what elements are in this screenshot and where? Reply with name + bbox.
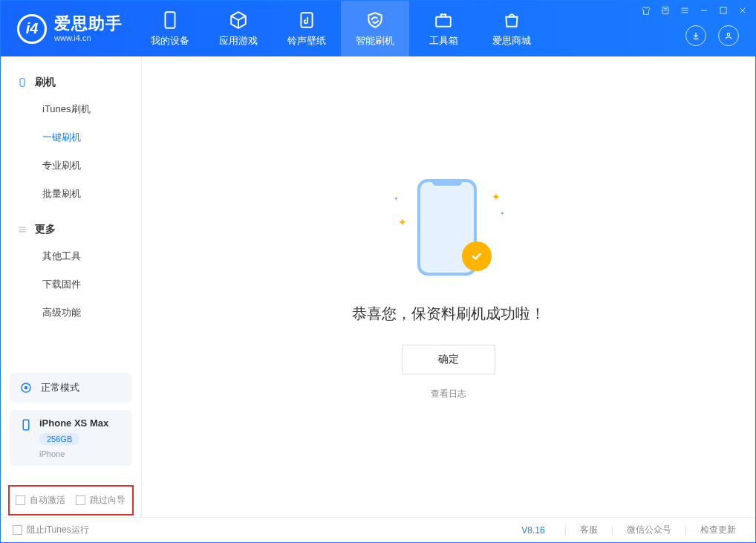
side-nav: 刷机 iTunes刷机 一键刷机 专业刷机 批量刷机 更多 其他工具 下载固件 … bbox=[1, 56, 141, 367]
ok-button[interactable]: 确定 bbox=[402, 345, 495, 374]
sidebar: 刷机 iTunes刷机 一键刷机 专业刷机 批量刷机 更多 其他工具 下载固件 … bbox=[1, 56, 142, 517]
svg-rect-9 bbox=[23, 420, 29, 430]
titlebar-right bbox=[641, 1, 755, 56]
shirt-icon[interactable] bbox=[641, 5, 651, 18]
checkbox-icon[interactable] bbox=[13, 525, 22, 535]
user-icons bbox=[685, 25, 748, 56]
version-label: V8.16 bbox=[521, 525, 544, 536]
success-message: 恭喜您，保资料刷机成功啦！ bbox=[352, 304, 545, 324]
options-highlight-box: 自动激活 跳过向导 bbox=[8, 485, 134, 516]
sidegroup-label: 更多 bbox=[35, 223, 56, 236]
app-title: 爱思助手 bbox=[54, 15, 123, 33]
device-mode-card[interactable]: 正常模式 bbox=[10, 373, 132, 403]
svg-rect-6 bbox=[20, 79, 25, 87]
device-panel: 正常模式 iPhone XS Max 256GB iPhone bbox=[1, 367, 141, 482]
nav-ringtone[interactable]: 铃声壁纸 bbox=[273, 1, 341, 56]
device-name: iPhone XS Max bbox=[39, 417, 108, 429]
success-illustration: ✦ ✦ ✦ ✦ bbox=[389, 173, 508, 284]
nav-apps[interactable]: 应用游戏 bbox=[204, 1, 273, 56]
phone-outline-icon bbox=[17, 77, 27, 88]
checkbox-icon[interactable] bbox=[16, 495, 25, 505]
app-window: i4 爱思助手 www.i4.cn 我的设备 应用游戏 铃声壁纸 智能刷机 bbox=[0, 0, 756, 543]
nav-toolbox[interactable]: 工具箱 bbox=[409, 1, 478, 56]
sideitem-advanced[interactable]: 高级功能 bbox=[1, 299, 141, 327]
sideitem-firmware[interactable]: 下载固件 bbox=[1, 270, 141, 299]
svg-rect-0 bbox=[166, 12, 175, 28]
titlebar: i4 爱思助手 www.i4.cn 我的设备 应用游戏 铃声壁纸 智能刷机 bbox=[1, 1, 755, 56]
footer-right: V8.16 | 客服 | 微信公众号 | 检查更新 bbox=[521, 524, 743, 536]
device-mode-label: 正常模式 bbox=[41, 381, 79, 394]
mode-icon bbox=[19, 380, 33, 395]
logo-block[interactable]: i4 爱思助手 www.i4.cn bbox=[1, 1, 136, 56]
cube-icon bbox=[229, 10, 248, 30]
note-icon[interactable] bbox=[660, 5, 671, 18]
sidegroup-label: 刷机 bbox=[35, 76, 56, 89]
briefcase-icon bbox=[434, 10, 453, 30]
window-controls bbox=[641, 5, 748, 18]
menu-icon[interactable] bbox=[680, 5, 690, 18]
sidegroup-flash[interactable]: 刷机 bbox=[1, 70, 141, 95]
nav-label: 铃声壁纸 bbox=[287, 34, 326, 48]
device-storage: 256GB bbox=[39, 433, 79, 445]
sparkle-icon: ✦ bbox=[500, 210, 505, 217]
body: 刷机 iTunes刷机 一键刷机 专业刷机 批量刷机 更多 其他工具 下载固件 … bbox=[1, 56, 755, 517]
sparkle-icon: ✦ bbox=[492, 191, 501, 203]
option-skip-guide[interactable]: 跳过向导 bbox=[76, 494, 126, 507]
checkbox-icon[interactable] bbox=[76, 495, 85, 505]
main-content: ✦ ✦ ✦ ✦ 恭喜您，保资料刷机成功啦！ 确定 查看日志 bbox=[142, 56, 755, 517]
option-auto-activate[interactable]: 自动激活 bbox=[16, 494, 65, 507]
user-icon[interactable] bbox=[718, 25, 739, 46]
nav-label: 应用游戏 bbox=[219, 34, 258, 48]
nav-store[interactable]: 爱思商城 bbox=[478, 1, 546, 56]
close-icon[interactable] bbox=[737, 5, 748, 18]
sideitem-oneclick[interactable]: 一键刷机 bbox=[1, 123, 141, 152]
device-type: iPhone bbox=[39, 449, 65, 458]
nav-label: 智能刷机 bbox=[356, 34, 394, 48]
music-file-icon bbox=[297, 10, 316, 30]
download-icon[interactable] bbox=[685, 25, 706, 46]
svg-point-8 bbox=[25, 386, 28, 390]
nav-flash[interactable]: 智能刷机 bbox=[341, 1, 409, 56]
svg-rect-1 bbox=[301, 13, 312, 27]
sideitem-pro[interactable]: 专业刷机 bbox=[1, 152, 141, 180]
sparkle-icon: ✦ bbox=[394, 195, 399, 202]
footer: 阻止iTunes运行 V8.16 | 客服 | 微信公众号 | 检查更新 bbox=[1, 517, 755, 542]
nav-my-device[interactable]: 我的设备 bbox=[136, 1, 204, 56]
sparkle-icon: ✦ bbox=[398, 216, 407, 228]
svg-rect-2 bbox=[436, 16, 451, 26]
list-icon bbox=[17, 224, 27, 235]
option-block-itunes[interactable]: 阻止iTunes运行 bbox=[13, 524, 89, 536]
app-subtitle: www.i4.cn bbox=[54, 33, 123, 42]
top-nav: 我的设备 应用游戏 铃声壁纸 智能刷机 工具箱 爱思商城 bbox=[136, 1, 546, 56]
refresh-shield-icon bbox=[365, 10, 385, 30]
footer-customer-service[interactable]: 客服 bbox=[573, 524, 605, 536]
view-log-link[interactable]: 查看日志 bbox=[431, 388, 466, 400]
svg-point-5 bbox=[727, 33, 730, 36]
check-badge-icon bbox=[462, 241, 492, 271]
nav-label: 爱思商城 bbox=[492, 34, 531, 48]
sideitem-itunes[interactable]: iTunes刷机 bbox=[1, 95, 141, 123]
maximize-icon[interactable] bbox=[718, 5, 729, 18]
minimize-icon[interactable] bbox=[699, 5, 709, 18]
shopping-bag-icon bbox=[502, 10, 521, 30]
logo-icon: i4 bbox=[17, 14, 47, 44]
device-info-card[interactable]: iPhone XS Max 256GB iPhone bbox=[10, 410, 132, 466]
sidegroup-more[interactable]: 更多 bbox=[1, 217, 141, 242]
phone-icon bbox=[160, 10, 180, 30]
sideitem-batch[interactable]: 批量刷机 bbox=[1, 180, 141, 208]
footer-check-update[interactable]: 检查更新 bbox=[693, 524, 743, 536]
phone-small-icon bbox=[19, 417, 33, 432]
sideitem-other[interactable]: 其他工具 bbox=[1, 242, 141, 270]
nav-label: 工具箱 bbox=[429, 34, 458, 48]
footer-left: 阻止iTunes运行 bbox=[13, 524, 521, 536]
svg-rect-4 bbox=[720, 7, 726, 13]
footer-wechat[interactable]: 微信公众号 bbox=[619, 524, 679, 536]
nav-label: 我的设备 bbox=[151, 34, 189, 48]
